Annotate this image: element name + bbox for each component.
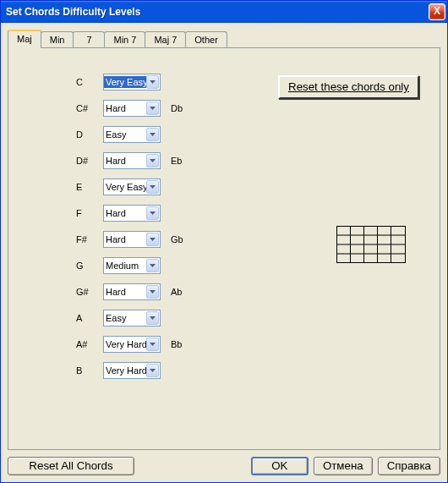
difficulty-value: Very Easy — [104, 76, 146, 88]
reset-these-chords-button[interactable]: Reset these chords only — [278, 75, 419, 99]
tab-label: 7 — [86, 35, 91, 45]
tab-other[interactable]: Other — [185, 31, 227, 47]
chord-grid-icon — [336, 226, 406, 263]
tab-label: Maj 7 — [154, 35, 177, 45]
bottom-button-bar: Reset All Chords OK Отмена Справка — [8, 450, 440, 475]
chord-row: A#Very HardBb — [76, 336, 424, 353]
client-area: MajMin7Min 7Maj 7Other CVery EasyC#HardD… — [1, 23, 447, 482]
difficulty-value: Easy — [104, 312, 146, 324]
help-button[interactable]: Справка — [378, 457, 440, 475]
difficulty-dropdown[interactable]: Easy — [103, 310, 161, 327]
tab-label: Min 7 — [113, 35, 136, 45]
window-title: Set Chords Difficulty Levels — [6, 6, 429, 18]
chevron-down-icon[interactable] — [146, 128, 159, 141]
difficulty-dropdown[interactable]: Hard — [103, 231, 161, 248]
difficulty-value: Medium — [104, 260, 146, 272]
chord-note-label: A# — [76, 339, 103, 349]
chord-note-label: B — [76, 365, 103, 376]
chord-enharmonic-label: Eb — [171, 156, 194, 166]
chevron-down-icon[interactable] — [146, 180, 159, 194]
difficulty-dropdown[interactable]: Hard — [103, 205, 161, 222]
difficulty-dropdown[interactable]: Medium — [103, 257, 161, 274]
chord-row: EVery Easy — [76, 178, 424, 195]
tab-7[interactable]: 7 — [73, 31, 105, 47]
difficulty-value: Hard — [104, 155, 146, 167]
title-bar: Set Chords Difficulty Levels X — [1, 1, 447, 23]
difficulty-value: Very Hard — [104, 365, 146, 376]
difficulty-dropdown[interactable]: Very Easy — [103, 178, 161, 195]
chord-note-label: C# — [76, 103, 103, 113]
tab-maj-7[interactable]: Maj 7 — [145, 31, 186, 47]
chord-row: DEasy — [76, 126, 424, 143]
chord-enharmonic-label: Ab — [171, 287, 194, 297]
close-icon: X — [434, 5, 440, 17]
chevron-down-icon[interactable] — [146, 233, 159, 246]
tab-min-7[interactable]: Min 7 — [104, 31, 145, 47]
tab-panel-maj: CVery EasyC#HardDbDEasyD#HardEbEVery Eas… — [8, 47, 440, 450]
ok-button[interactable]: OK — [251, 457, 309, 475]
close-button[interactable]: X — [429, 3, 445, 20]
difficulty-dropdown[interactable]: Very Hard — [103, 336, 161, 353]
tab-label: Maj — [17, 34, 32, 44]
chevron-down-icon[interactable] — [146, 206, 159, 220]
difficulty-value: Very Hard — [104, 338, 146, 350]
difficulty-value: Very Easy — [104, 181, 146, 193]
chevron-down-icon[interactable] — [146, 259, 159, 272]
difficulty-dropdown[interactable]: Hard — [103, 283, 161, 300]
tab-min[interactable]: Min — [41, 31, 74, 47]
chord-enharmonic-label: Db — [171, 103, 194, 113]
cancel-button[interactable]: Отмена — [314, 457, 373, 475]
difficulty-value: Easy — [104, 129, 146, 140]
difficulty-dropdown[interactable]: Hard — [103, 100, 161, 117]
reset-all-chords-button[interactable]: Reset All Chords — [8, 457, 134, 475]
difficulty-dropdown[interactable]: Hard — [103, 152, 161, 169]
chord-enharmonic-label: Gb — [171, 234, 194, 244]
difficulty-dropdown[interactable]: Easy — [103, 126, 161, 143]
chord-row: BVery Hard — [76, 362, 424, 379]
chord-note-label: D — [76, 129, 103, 140]
tab-strip: MajMin7Min 7Maj 7Other — [8, 30, 440, 47]
tab-maj[interactable]: Maj — [8, 30, 41, 48]
chord-row: AEasy — [76, 310, 424, 327]
difficulty-value: Hard — [104, 286, 146, 298]
difficulty-value: Hard — [104, 207, 146, 219]
tab-label: Other — [194, 35, 218, 45]
chord-note-label: G# — [76, 287, 103, 297]
chord-row: C#HardDb — [76, 100, 424, 117]
chord-note-label: E — [76, 182, 103, 192]
chevron-down-icon[interactable] — [146, 285, 159, 299]
chord-note-label: D# — [76, 156, 103, 166]
difficulty-value: Hard — [104, 233, 146, 245]
difficulty-value: Hard — [104, 102, 146, 114]
chord-row: D#HardEb — [76, 152, 424, 169]
chord-row: G#HardAb — [76, 283, 424, 300]
chord-note-label: F — [76, 208, 103, 218]
chevron-down-icon[interactable] — [146, 75, 159, 89]
chord-row: FHard — [76, 205, 424, 222]
chevron-down-icon[interactable] — [146, 338, 159, 351]
chevron-down-icon[interactable] — [146, 311, 159, 325]
chord-note-label: C — [76, 77, 103, 87]
difficulty-dropdown[interactable]: Very Easy — [103, 74, 161, 91]
tab-label: Min — [50, 35, 65, 45]
dialog-window: Set Chords Difficulty Levels X MajMin7Mi… — [0, 0, 448, 483]
difficulty-dropdown[interactable]: Very Hard — [103, 362, 161, 379]
chord-enharmonic-label: Bb — [171, 339, 194, 349]
chevron-down-icon[interactable] — [146, 364, 159, 377]
chord-note-label: F# — [76, 234, 103, 244]
chevron-down-icon[interactable] — [146, 154, 159, 167]
chord-note-label: G — [76, 261, 103, 271]
chord-diagram — [336, 226, 406, 265]
chord-note-label: A — [76, 313, 103, 323]
chevron-down-icon[interactable] — [146, 102, 159, 115]
